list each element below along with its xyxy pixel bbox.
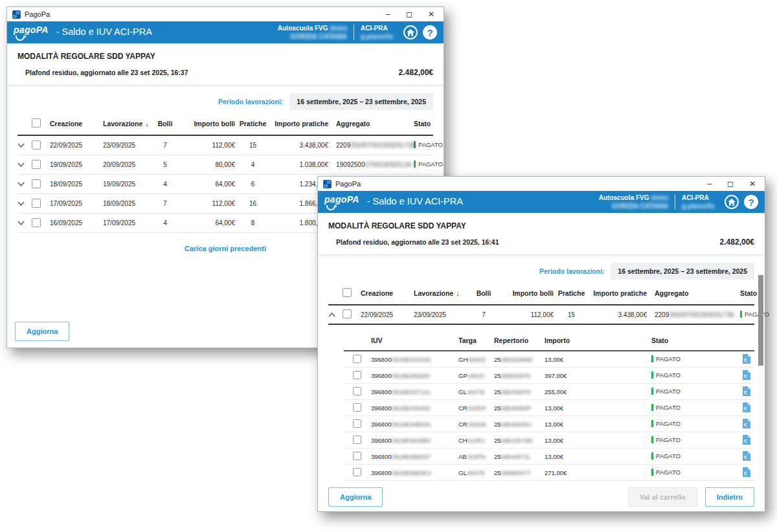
periodo-range[interactable]: 16 settembre, 2025 – 23 settembre, 2025 (611, 263, 754, 280)
scrollbar-thumb[interactable] (758, 275, 763, 366)
close-button[interactable]: ✕ (749, 180, 756, 188)
home-button[interactable] (725, 195, 739, 209)
expand-chevron-icon[interactable] (17, 221, 32, 225)
col-aggregato[interactable]: Aggregato (328, 120, 405, 127)
receipt-document-button[interactable]: € (731, 419, 754, 430)
col-importo-pratiche[interactable]: Importo pratiche (271, 120, 328, 127)
iuv-checkbox[interactable] (353, 452, 361, 460)
titlebar[interactable]: PagoPa – ◻ ✕ (7, 7, 444, 21)
col-importo: Importo (545, 337, 651, 344)
cell-targa: AB343PN (458, 453, 494, 460)
load-previous-days-link[interactable]: Carica giorni precedenti (185, 245, 266, 252)
col-importo-pratiche[interactable]: Importo pratiche (589, 289, 647, 297)
iuv-checkbox[interactable] (353, 355, 361, 363)
col-importo-bolli[interactable]: Importo bolli (179, 120, 235, 127)
maximize-button[interactable]: ◻ (406, 10, 412, 18)
indietro-button[interactable]: Indietro (705, 487, 754, 507)
row-checkbox[interactable] (32, 160, 41, 169)
maximize-button[interactable]: ◻ (727, 180, 734, 188)
col-pratiche[interactable]: Pratiche (235, 120, 271, 127)
minimize-button[interactable]: – (707, 180, 712, 188)
org-line2-redacted: GORIZIA CATANIA (290, 33, 347, 40)
col-lavorazione[interactable]: Lavorazione↓ (414, 289, 469, 297)
cell-pratiche: 8 (235, 219, 271, 227)
help-button[interactable]: ? (423, 25, 437, 39)
question-icon: ? (748, 197, 754, 208)
titlebar[interactable]: PagoPa – ◻ ✕ (318, 177, 765, 191)
receipt-document-button[interactable]: € (731, 451, 754, 462)
cell-repertorio: 25MB43573M (494, 437, 545, 444)
col-stato[interactable]: Stato (731, 289, 757, 297)
cell-iuv: 3968000919B345409 (371, 405, 458, 412)
row-checkbox[interactable] (32, 179, 41, 188)
iuv-checkbox[interactable] (353, 436, 361, 444)
iuv-checkbox[interactable] (353, 419, 361, 428)
help-button[interactable]: ? (744, 195, 758, 209)
cell-importo: 13,00€ (545, 437, 651, 444)
collapse-chevron-icon[interactable] (328, 313, 343, 317)
row-checkbox[interactable] (32, 218, 41, 227)
col-lavorazione[interactable]: Lavorazione↓ (103, 120, 151, 127)
receipt-document-button[interactable]: € (731, 435, 754, 446)
aggiorna-button[interactable]: Aggiorna (15, 322, 69, 341)
cell-importo: 13,00€ (545, 405, 651, 412)
cell-lavorazione: 20/09/2025 (103, 161, 151, 168)
status-badge: PAGATO (651, 452, 681, 460)
receipt-document-button[interactable]: € (731, 386, 754, 397)
receipt-document-button[interactable]: € (731, 370, 754, 381)
pagopa-window-front: PagoPa – ◻ ✕ pagoPA - Saldo e IUV ACI-PR… (317, 176, 765, 512)
pagopa-app-icon (12, 10, 21, 19)
row-checkbox[interactable] (343, 309, 352, 318)
status-badge: PAGATO (651, 355, 681, 362)
table-row-expanded: 22/09/2025 23/09/2025 7 112,00€ 15 3.438… (328, 305, 754, 325)
cell-lavorazione: 17/09/2025 (103, 219, 151, 227)
logo-arrow-icon (15, 35, 27, 41)
app-header: pagoPA - Saldo e IUV ACI-PRA Autoscuola … (7, 21, 444, 43)
iuv-checkbox[interactable] (353, 387, 361, 395)
sort-desc-icon: ↓ (145, 120, 149, 127)
col-aggregato[interactable]: Aggregato (647, 289, 731, 297)
cell-repertorio: 25MB46849U (494, 421, 545, 428)
col-creazione[interactable]: Creazione (50, 120, 103, 127)
iuv-checkbox[interactable] (353, 371, 361, 379)
status-badge: PAGATO (414, 141, 443, 148)
row-checkbox[interactable] (32, 199, 41, 208)
col-stato: Stato (651, 337, 731, 344)
cell-bolli: 7 (151, 142, 179, 149)
receipt-document-button[interactable]: € (731, 467, 754, 478)
col-pratiche[interactable]: Pratiche (554, 289, 589, 297)
receipt-document-button[interactable]: € (731, 403, 754, 414)
select-all-checkbox[interactable] (32, 118, 41, 127)
cell-repertorio: 25MB98047T (494, 469, 545, 476)
col-stato[interactable]: Stato (405, 120, 433, 127)
expand-chevron-icon[interactable] (17, 201, 32, 206)
col-importo-bolli[interactable]: Importo bolli (498, 289, 554, 297)
table-header: Creazione Lavorazione↓ Bolli Importo bol… (17, 118, 433, 136)
status-badge: PAGATO (651, 371, 681, 379)
cell-bolli: 7 (469, 311, 498, 318)
vai-al-carrello-button[interactable]: Vai al carrello (628, 487, 697, 507)
col-creazione[interactable]: Creazione (361, 289, 414, 297)
expand-chevron-icon[interactable] (17, 162, 32, 167)
aggiorna-button[interactable]: Aggiorna (328, 487, 383, 507)
col-bolli[interactable]: Bolli (151, 120, 179, 127)
col-bolli[interactable]: Bolli (469, 289, 498, 297)
receipt-document-button[interactable]: € (731, 354, 754, 365)
cell-bolli: 4 (151, 219, 179, 227)
iuv-checkbox[interactable] (353, 468, 361, 476)
pagopa-app-icon (323, 180, 332, 188)
expand-chevron-icon[interactable] (17, 143, 32, 148)
home-icon (728, 199, 736, 206)
home-button[interactable] (403, 25, 418, 39)
expand-chevron-icon[interactable] (17, 182, 32, 186)
svg-text:€: € (744, 454, 747, 460)
cell-iuv: 3968000919B34T1S1 (371, 388, 458, 395)
row-checkbox[interactable] (32, 140, 41, 150)
iuv-checkbox[interactable] (353, 403, 361, 412)
cell-creazione: 22/09/2025 (50, 142, 103, 149)
select-all-checkbox[interactable] (343, 288, 352, 297)
cell-creazione: 19/09/2025 (50, 161, 103, 168)
periodo-range[interactable]: 16 settembre, 2025 – 23 settembre, 2025 (289, 93, 433, 110)
minimize-button[interactable]: – (386, 10, 390, 18)
close-button[interactable]: ✕ (428, 10, 434, 18)
